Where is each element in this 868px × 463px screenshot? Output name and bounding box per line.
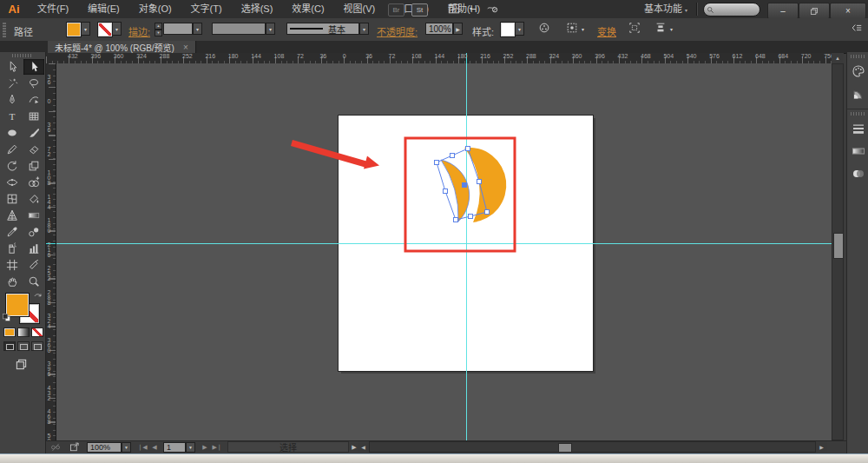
symbol-sprayer-tool[interactable] [2, 241, 23, 256]
status-display[interactable]: 选择 [227, 441, 349, 453]
horizontal-scrollbar-thumb[interactable] [558, 443, 572, 453]
control-panel-menu-icon[interactable] [851, 22, 865, 36]
tab-close-icon[interactable]: × [183, 43, 188, 52]
menu-item-5[interactable]: 效果(C) [282, 0, 333, 18]
perspective-grid-tool[interactable] [2, 208, 23, 223]
slice-tool[interactable] [23, 257, 44, 273]
opacity-label[interactable]: 不透明度: [377, 24, 418, 38]
opacity-field[interactable]: 100% [425, 23, 453, 35]
artboard-number-caret[interactable]: ▼ [186, 442, 195, 453]
stroke-panel-icon[interactable] [847, 117, 868, 140]
vertical-scrollbar-thumb[interactable] [833, 233, 844, 259]
selection-tool[interactable] [2, 59, 23, 75]
color-guide-panel-icon[interactable] [847, 83, 868, 105]
screen-mode-button[interactable] [15, 358, 28, 371]
ellipse-tool[interactable] [2, 125, 23, 141]
stroke-color-caret[interactable]: ▾ [112, 22, 122, 36]
search-input[interactable] [714, 4, 753, 16]
menu-item-8[interactable]: 帮助(H) [438, 0, 490, 18]
stroke-weight-field[interactable] [163, 23, 193, 35]
bridge-button[interactable]: Br [388, 3, 404, 17]
stroke-weight-stepper[interactable]: ▲▼ [155, 23, 162, 35]
fill-color-caret[interactable]: ▾ [81, 22, 90, 36]
recolor-artwork-icon[interactable] [538, 22, 552, 36]
restore-button[interactable] [799, 3, 830, 19]
scroll-left-arrow[interactable]: ◀ [358, 441, 369, 453]
variable-width-field[interactable] [212, 23, 266, 35]
default-fill-stroke-icon[interactable] [2, 313, 11, 322]
align-objects-icon[interactable] [654, 22, 668, 36]
bounding-box-icon[interactable] [628, 22, 642, 36]
blend-tool[interactable] [23, 224, 44, 240]
scroll-up-arrow[interactable]: ▲ [832, 53, 844, 63]
search-box[interactable] [703, 3, 760, 17]
transform-link[interactable]: 变换 [597, 24, 616, 38]
scroll-right-arrow[interactable]: ▶ [816, 441, 827, 453]
menu-item-1[interactable]: 编辑(E) [78, 0, 129, 18]
gradient-tool[interactable] [23, 208, 44, 223]
menu-item-2[interactable]: 对象(O) [129, 0, 181, 18]
stroke-weight-label[interactable]: 描边: [128, 24, 150, 38]
opacity-caret[interactable]: ▶ [453, 23, 463, 35]
first-artboard-button[interactable]: ❘◀ [137, 442, 148, 453]
zoom-level-field[interactable]: 100% [87, 442, 122, 453]
app-logo[interactable]: Ai [0, 3, 28, 16]
column-graph-tool[interactable] [23, 241, 44, 256]
pen-tool[interactable] [2, 92, 23, 108]
free-transform-tool[interactable] [23, 158, 44, 174]
export-icon[interactable] [69, 442, 83, 453]
magic-wand-tool[interactable] [2, 76, 23, 91]
artboard-number-field[interactable]: 1 [163, 442, 186, 453]
hand-tool[interactable] [2, 274, 23, 289]
next-artboard-button[interactable]: ▶ [200, 442, 210, 453]
draw-inside-button[interactable] [31, 341, 43, 351]
stroke-color-button[interactable] [97, 22, 113, 37]
width-tool[interactable] [2, 175, 23, 190]
gradient-mode-button[interactable] [17, 327, 30, 337]
style-swatch[interactable] [500, 22, 516, 37]
menu-item-3[interactable]: 文字(T) [181, 0, 232, 18]
zoom-tool[interactable] [23, 274, 44, 289]
gradient-panel-icon[interactable] [847, 140, 868, 162]
tools-grip[interactable] [12, 54, 33, 57]
variable-width-caret[interactable]: ▾ [266, 23, 275, 35]
mesh-tool[interactable] [2, 191, 23, 207]
artboard-tool[interactable] [2, 257, 23, 273]
arrange-documents-caret[interactable]: ▾ [470, 5, 472, 11]
stock-button[interactable]: St [411, 3, 428, 17]
lasso-tool[interactable] [23, 76, 44, 91]
horizontal-scrollbar[interactable] [369, 441, 816, 453]
workspace-switcher[interactable]: 基本功能 ▾ [644, 0, 687, 18]
paintbrush-tool[interactable] [23, 125, 44, 141]
document-tab[interactable]: 未标题-4* @ 100% (RGB/预览) × [48, 41, 196, 53]
brush-definition-caret[interactable]: ▾ [359, 23, 369, 35]
style-caret[interactable]: ▾ [515, 22, 524, 36]
type-tool[interactable]: T [2, 109, 23, 124]
zoom-level-caret[interactable]: ▼ [122, 442, 131, 453]
live-paint-bucket-tool[interactable] [23, 191, 44, 207]
eyedropper-tool[interactable] [2, 224, 23, 240]
draw-behind-button[interactable] [17, 341, 30, 351]
ink-pen-tool[interactable] [23, 92, 44, 108]
eraser-tool[interactable] [23, 142, 44, 157]
menu-item-4[interactable]: 选择(S) [232, 0, 283, 18]
rectangular-grid-tool[interactable] [23, 109, 44, 124]
color-mode-button[interactable] [3, 327, 16, 337]
menu-item-0[interactable]: 文件(F) [28, 0, 78, 18]
rotate-tool[interactable] [2, 158, 23, 174]
dock-grip[interactable] [851, 55, 865, 58]
last-artboard-button[interactable]: ▶❘ [212, 442, 222, 453]
menu-item-6[interactable]: 视图(V) [334, 0, 385, 18]
align-objects-caret[interactable]: ▾ [670, 26, 673, 32]
close-button[interactable]: × [830, 3, 866, 19]
none-mode-button[interactable] [31, 327, 43, 337]
stroke-weight-caret[interactable]: ▾ [193, 23, 202, 35]
pencil-tool[interactable] [2, 142, 23, 157]
panel-grip[interactable] [3, 22, 6, 37]
vertical-ruler[interactable]: 3603672108144180216252288324360396432468… [46, 63, 56, 440]
brush-definition-field[interactable]: 基本 [286, 23, 359, 35]
draw-normal-button[interactable] [3, 341, 16, 351]
previous-artboard-button[interactable]: ◀ [149, 442, 160, 453]
minimize-button[interactable]: – [767, 3, 799, 19]
color-panel-icon[interactable] [847, 60, 868, 83]
